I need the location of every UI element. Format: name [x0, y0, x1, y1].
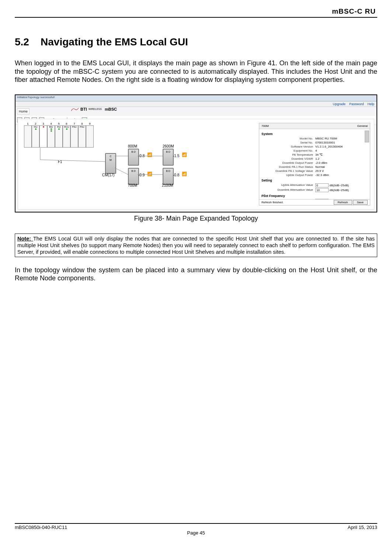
slot-number: 1	[24, 122, 32, 125]
figure-caption: Figure 38- Main Page Expanded Topology	[15, 215, 377, 222]
antenna-icon: 📶	[182, 172, 187, 176]
figure-screenshot: InitializeTopology successful! Upgrade P…	[15, 94, 377, 212]
menu-upgrade[interactable]: Upgrade	[333, 102, 346, 106]
svg-line-1	[40, 160, 105, 162]
section-system: System	[261, 132, 368, 136]
top-menu-bar: Upgrade Password Help	[15, 101, 377, 107]
logo-text: BTI	[80, 107, 87, 111]
footer-page-number: Page 45	[15, 530, 377, 536]
slot-number: 3	[39, 122, 47, 125]
node-2100-label: 2100M	[162, 183, 173, 187]
properties-panel: 700M General System Model No.MBSC RU 700…	[259, 123, 370, 205]
cm-node[interactable]: CM	[105, 153, 116, 174]
node-2600-dbm: -1.5	[173, 154, 179, 158]
slot-number: 4	[47, 122, 55, 125]
header-divider	[15, 17, 377, 18]
slot-card[interactable]	[24, 125, 32, 148]
note-label: Note:	[17, 236, 33, 242]
slot-number: 7	[70, 122, 78, 125]
downlink-atten-row: Downlink Attenuation Value 10 dB(0dB~25d…	[261, 188, 368, 193]
antenna-icon: 📶	[182, 152, 187, 157]
svg-line-3	[115, 168, 128, 174]
system-values: Model No.MBSC RU 700M Serial No.07001301…	[261, 136, 368, 177]
node-700-dbm: -0.9	[138, 173, 145, 177]
host-unit-shelf[interactable]: 1 2 3 4 5 6 7 8 9 FIU BIU FIU RCU	[24, 122, 94, 148]
section-pilot: Pilot Frequency	[261, 194, 368, 198]
header-right-label: mBSC-C RU	[332, 7, 376, 15]
fiber-label: F1	[58, 160, 62, 164]
node-800-label: 800M	[128, 144, 137, 148]
page-footer: mBSC0850i-040-RUC11 April 15, 2013 Page …	[15, 523, 377, 536]
paragraph-summary: In the topology window the system can be…	[15, 266, 377, 283]
slot-card-biu[interactable]: BIU	[47, 125, 55, 148]
node-700-label: 700M	[128, 183, 137, 187]
node-800-dbm: -0.8	[138, 154, 145, 158]
status-bar: InitializeTopology successful!	[15, 95, 377, 101]
cm-label: CM(17)	[102, 173, 114, 177]
refresh-button[interactable]: Refresh	[334, 200, 352, 205]
downlink-atten-input[interactable]: 10	[315, 188, 329, 192]
node-2100-dbm: -0.8	[173, 173, 179, 177]
antenna-icon: 📶	[147, 152, 152, 157]
menu-help[interactable]: Help	[367, 102, 374, 106]
uplink-atten-input[interactable]: 0	[315, 183, 329, 187]
slot-number: 5	[55, 122, 63, 125]
brand-logo: BTIWIRELESS mBSC	[71, 107, 117, 111]
note-text: The EMS Local GUI will only display the …	[17, 236, 375, 255]
uplink-atten-row: Uplink Attenuation Value 0 dB(0dB~25dB)	[261, 183, 368, 188]
node-2600-label: 2600M	[163, 144, 174, 148]
slot-card-fiu[interactable]: FIU	[55, 125, 63, 148]
slot-number: 8	[78, 122, 86, 125]
menu-password[interactable]: Password	[349, 102, 364, 106]
slot-card[interactable]	[86, 125, 94, 148]
paragraph-intro: When logged in to the EMS Local GUI, it …	[15, 59, 377, 84]
footer-left: mBSC0850i-040-RUC11	[15, 525, 67, 530]
slot-number: 9	[86, 122, 94, 125]
slot-card-fiu[interactable]: FIU	[32, 125, 39, 148]
node-2100[interactable]: B D	[163, 168, 174, 185]
save-button[interactable]: Save	[353, 200, 368, 205]
panel-title: 700M	[261, 124, 269, 128]
slot-card[interactable]	[39, 125, 47, 148]
node-700[interactable]: B D	[128, 168, 139, 185]
brand-text: mBSC	[105, 107, 117, 111]
pilot-freq-input[interactable]: 714	[315, 199, 329, 199]
slot-number: 6	[63, 122, 70, 125]
antenna-icon: 📶	[147, 172, 152, 176]
section-number: 5.2	[15, 36, 29, 48]
panel-tab[interactable]: General	[357, 124, 368, 128]
panel-status: Refresh finished.	[261, 201, 284, 204]
node-2600[interactable]: B D	[163, 149, 174, 166]
home-button[interactable]: Home	[17, 108, 30, 114]
section-heading: 5.2 Navigating the EMS Local GUI	[15, 36, 377, 48]
slot-number: 2	[32, 122, 39, 125]
slot-card-psu[interactable]: PSU	[78, 125, 86, 148]
section-setting: Setting	[261, 179, 368, 182]
topology-canvas[interactable]: 1 2 3 4 5 6 7 8 9 FIU BIU FIU RCU	[18, 119, 374, 210]
slot-card-psu[interactable]: PSU	[70, 125, 78, 148]
note-box: Note: The EMS Local GUI will only displa…	[15, 234, 377, 257]
footer-right: April 15, 2013	[348, 525, 377, 530]
node-800[interactable]: B D	[128, 149, 139, 166]
slot-card-rcu[interactable]: RCU	[63, 125, 70, 148]
scrollbar-thumb[interactable]	[365, 131, 369, 142]
section-title-text: Navigating the EMS Local GUI	[41, 36, 188, 48]
